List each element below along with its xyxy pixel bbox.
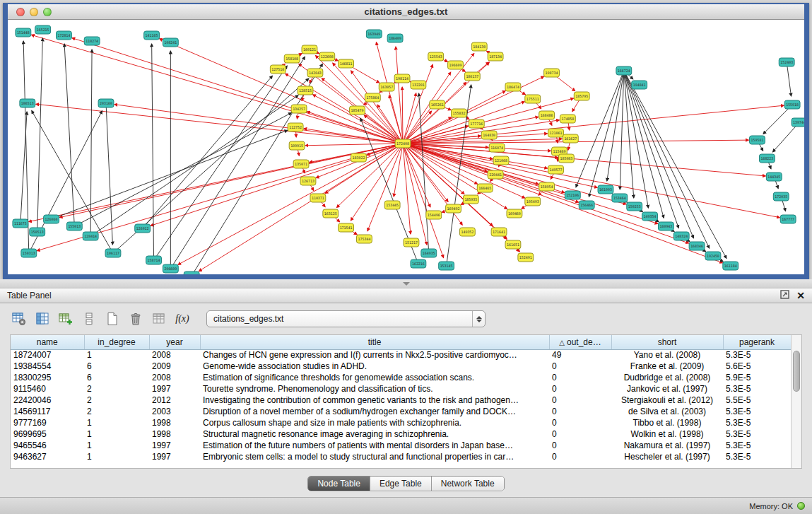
graph-node[interactable]: 196609 [448,61,464,69]
table-row[interactable]: 977716911998Corpus callosum shape and si… [11,417,791,428]
graph-node[interactable]: 155832 [452,109,467,117]
scrollbar-thumb[interactable] [793,351,800,392]
graph-node[interactable]: 184130 [471,42,487,51]
split-divider[interactable] [0,279,812,288]
table-cell[interactable]: Dudbridge et al. (2008) [611,372,723,383]
graph-edge[interactable] [160,39,404,144]
table-cell[interactable]: Corpus callosum shape and size in male p… [200,417,549,428]
graph-node[interactable]: 135071 [293,160,309,168]
table-cell[interactable]: 9465546 [11,440,84,451]
graph-node[interactable]: 164830 [481,131,497,139]
graph-node[interactable]: 105493 [525,197,541,206]
table-cell[interactable]: 5.3E-5 [723,440,791,451]
graph-node[interactable]: 161184 [723,262,739,270]
graph-node[interactable]: 106513 [20,99,35,107]
graph-node[interactable]: 159581 [750,136,765,144]
table-cell[interactable]: Estimation of significance thresholds fo… [200,372,549,383]
graph-node[interactable]: 128515 [298,86,313,95]
graph-node[interactable]: 169460 [507,209,522,218]
network-canvas[interactable]: 1724081652611558321777161648301160741210… [8,20,804,274]
graph-node[interactable]: 126912 [135,224,151,233]
table-cell[interactable]: 0 [549,395,611,406]
table-cell[interactable]: 9463627 [11,451,84,462]
graph-node[interactable]: 185795 [574,92,589,100]
table-cell[interactable]: 0 [549,451,611,462]
column-header-title[interactable]: title [200,335,549,349]
graph-node[interactable]: 172408 [395,139,411,148]
graph-node[interactable]: 186474 [505,83,521,91]
graph-node[interactable]: 139744 [792,118,804,127]
graph-node[interactable]: 152403 [779,58,794,66]
table-cell[interactable]: Jankovic et al. (1997) [611,383,723,395]
table-cell[interactable]: 2 [84,395,149,406]
close-panel-icon[interactable]: ✕ [796,291,805,300]
graph-edge[interactable] [367,144,403,231]
graph-node[interactable]: 150313 [21,249,37,257]
graph-node[interactable]: 163125 [323,209,339,218]
delete-table-icon[interactable] [126,310,145,327]
graph-edge[interactable] [37,38,43,232]
graph-node[interactable]: 171541 [339,223,354,232]
merge-tables-icon[interactable] [150,310,168,327]
graph-node[interactable]: 144345 [766,173,782,181]
table-row[interactable]: 1938455462009Genome-wide association stu… [11,361,791,372]
graph-node[interactable]: 177716 [469,119,484,128]
table-cell[interactable]: Nakamura et al. (1997) [611,440,723,451]
table-cell[interactable]: 18724007 [11,349,84,361]
graph-node[interactable]: 126713 [300,177,316,185]
graph-node[interactable]: 153145 [439,262,454,270]
vertical-scrollbar[interactable] [791,335,801,468]
table-cell[interactable]: Genome-wide association studies in ADHD. [200,361,549,372]
graph-node[interactable]: 121068 [493,156,509,165]
table-cell[interactable]: 1 [84,440,149,451]
table-cell[interactable]: Hescheler et al. (1997) [611,451,723,462]
graph-node[interactable]: 165261 [430,100,445,109]
table-cell[interactable]: 0 [549,361,611,372]
graph-node[interactable]: 111675 [13,219,28,228]
table-row[interactable]: 2242004622012Investigating the contribut… [11,395,791,406]
graph-node[interactable]: 127516 [270,65,286,74]
table-cell[interactable]: Franke et al. (2009) [611,361,723,372]
table-cell[interactable]: 2009 [149,361,200,372]
table-cell[interactable]: 5.6E-5 [723,361,791,372]
graph-node[interactable]: 149352 [459,228,475,236]
show-columns-icon[interactable] [33,310,52,327]
table-cell[interactable]: Changes of HCN gene expression and I(f) … [200,349,549,361]
graph-node[interactable]: 116074 [489,144,505,152]
graph-edge[interactable] [170,57,305,269]
graph-node[interactable]: 110371 [310,194,326,202]
table-cell[interactable]: 18300295 [11,372,84,383]
graph-node[interactable]: 166724 [616,66,632,75]
graph-edge[interactable] [90,49,92,236]
table-cell[interactable]: 14569117 [11,406,84,417]
table-cell[interactable]: 2008 [149,372,200,383]
graph-edge[interactable] [29,144,403,222]
table-cell[interactable]: Estimation of the future numbers of pati… [200,440,549,451]
table-cell[interactable]: Structural magnetic resonance image aver… [200,428,549,440]
graph-edge[interactable] [31,35,403,144]
table-row[interactable]: 911546021997Tourette syndrome. Phenomeno… [11,383,791,395]
table-cell[interactable]: 1997 [149,383,200,395]
graph-node[interactable]: 108241 [163,38,178,47]
table-cell[interactable]: 5.3E-5 [723,451,791,462]
table-cell[interactable]: 1 [84,417,149,428]
graph-node[interactable]: 158714 [146,256,162,264]
graph-node[interactable]: 175864 [365,93,380,102]
table-cell[interactable]: 6 [84,361,149,372]
table-cell[interactable]: 0 [549,428,611,440]
column-header-out-de-[interactable]: △out_de… [549,335,611,349]
graph-node[interactable]: 148324 [673,232,689,240]
table-cell[interactable]: 2 [84,406,149,417]
graph-node[interactable]: 122608 [319,52,335,61]
table-row[interactable]: 1456911722003Disruption of a novel membe… [11,406,791,417]
table-cell[interactable]: 1 [84,349,149,361]
table-row[interactable]: 946362711997Embryonic stem cells: a mode… [11,451,791,462]
graph-edge[interactable] [620,71,624,189]
combo-stepper-icon[interactable] [472,311,485,327]
graph-node[interactable]: 203160 [98,99,114,107]
table-cell[interactable]: Disruption of a novel member of a sodium… [200,406,549,417]
tab-edge-table[interactable]: Edge Table [370,477,432,491]
graph-node[interactable]: 121061 [548,129,564,137]
graph-node[interactable]: 149354 [642,212,658,221]
graph-node[interactable]: 165215 [35,25,51,34]
